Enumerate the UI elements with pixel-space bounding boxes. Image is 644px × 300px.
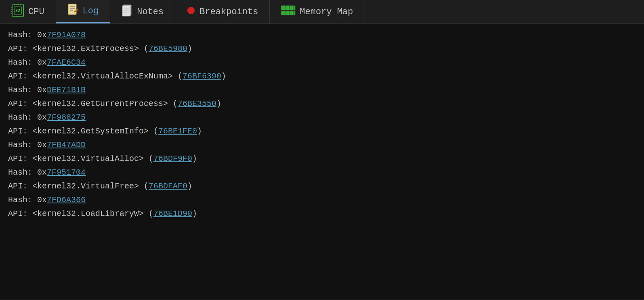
svg-rect-35 [285, 11, 289, 15]
svg-rect-25 [122, 6, 130, 16]
list-item: Hash: 0x7FD6A366 [8, 193, 636, 207]
list-item: API: <kernel32.VirtualAllocExNuma> (76BF… [8, 70, 636, 83]
tab-breakpoints[interactable]: Breakpoints [175, 0, 270, 23]
api-link[interactable]: 76BE1D90 [153, 209, 192, 218]
api-link[interactable]: 76BE3550 [178, 99, 216, 108]
list-item: Hash: 0x7F951704 [8, 166, 636, 180]
list-item: Hash: 0x7F988275 [8, 111, 636, 125]
hash-link[interactable]: 7F91A078 [47, 30, 86, 40]
svg-rect-34 [281, 11, 285, 15]
api-link[interactable]: 76BE1FE0 [158, 127, 197, 136]
list-item: Hash: 0x7FAE6C34 [8, 56, 636, 70]
svg-rect-31 [281, 6, 285, 10]
log-content: Hash: 0x7F91A078 API: <kernel32.ExitProc… [0, 24, 644, 299]
svg-rect-19 [68, 4, 76, 15]
tab-log[interactable]: Log [56, 0, 111, 23]
list-item: API: <kernel32.GetCurrentProcess> (76BE3… [8, 97, 636, 111]
api-link[interactable]: 76BDFAF0 [149, 182, 187, 191]
svg-rect-32 [285, 6, 289, 10]
tab-breakpoints-label: Breakpoints [199, 7, 258, 17]
api-link[interactable]: 76BF6390 [183, 72, 221, 81]
tab-cpu-label: CPU [28, 7, 44, 17]
tab-notes-label: Notes [137, 7, 164, 17]
cpu-icon: 32 [11, 4, 24, 20]
hash-link[interactable]: 7FD6A366 [47, 195, 86, 205]
log-icon [67, 3, 79, 19]
api-link[interactable]: 76BDF9F0 [153, 154, 192, 163]
svg-point-29 [187, 7, 195, 14]
hash-link[interactable]: 7FB47ADD [47, 140, 86, 150]
list-item: API: <kernel32.VirtualAlloc> (76BDF9F0) [8, 152, 636, 166]
notes-icon [122, 4, 133, 20]
list-item: API: <kernel32.LoadLibraryW> (76BE1D90) [8, 207, 636, 221]
svg-rect-33 [289, 6, 293, 10]
api-link[interactable]: 76BE5980 [149, 44, 187, 53]
tab-bar: 32 CPU [0, 0, 644, 24]
tab-memorymap-label: Memory Map [300, 7, 353, 17]
tab-notes[interactable]: Notes [110, 0, 175, 23]
list-item: API: <kernel32.VirtualFree> (76BDFAF0) [8, 180, 636, 193]
hash-link[interactable]: DEE71B1B [47, 85, 86, 95]
memorymap-icon [281, 5, 296, 19]
hash-link[interactable]: 7F988275 [47, 113, 86, 122]
svg-rect-36 [289, 11, 293, 15]
list-item: API: <kernel32.GetSystemInfo> (76BE1FE0) [8, 125, 636, 138]
svg-rect-37 [294, 6, 295, 10]
hash-link[interactable]: 7F951704 [47, 168, 86, 177]
list-item: Hash: 0x7FB47ADD [8, 138, 636, 152]
svg-text:32: 32 [15, 8, 20, 13]
tab-cpu[interactable]: 32 CPU [0, 0, 56, 23]
tab-log-label: Log [83, 6, 99, 16]
hash-link[interactable]: 7FAE6C34 [47, 58, 86, 67]
list-item: Hash: 0xDEE71B1B [8, 83, 636, 97]
list-item: API: <kernel32.ExitProcess> (76BE5980) [8, 42, 636, 56]
tab-memorymap[interactable]: Memory Map [270, 0, 365, 23]
breakpoints-icon [187, 6, 195, 18]
list-item: Hash: 0x7F91A078 [8, 28, 636, 42]
svg-rect-38 [294, 11, 295, 15]
